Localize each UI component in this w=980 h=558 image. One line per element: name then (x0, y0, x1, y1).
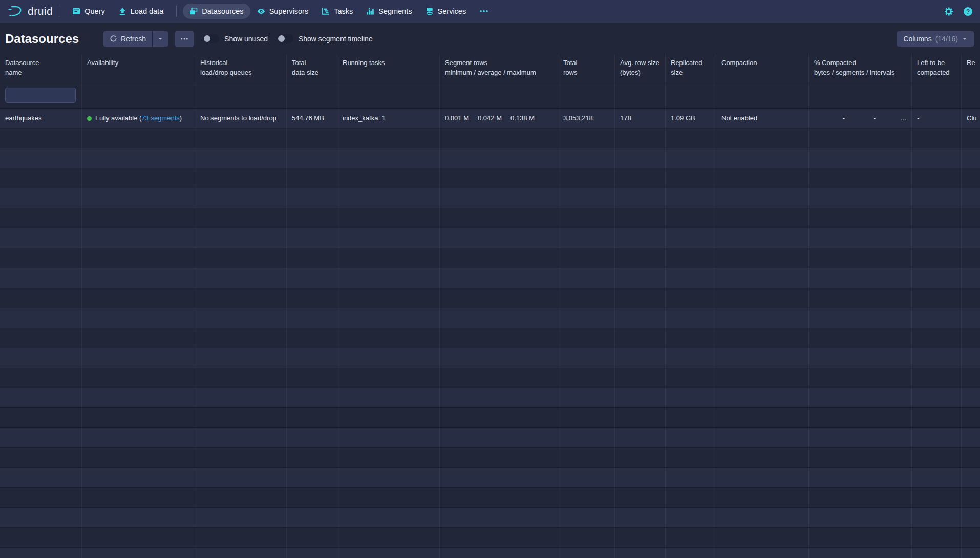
empty-cell (912, 128, 962, 148)
empty-cell (716, 388, 809, 407)
empty-cell (716, 348, 809, 368)
empty-cell (912, 508, 962, 527)
empty-table-row (0, 288, 980, 308)
empty-cell (615, 488, 666, 507)
column-header-total-data-size[interactable]: Totaldata size (287, 54, 337, 82)
empty-cell (287, 288, 337, 308)
empty-cell (558, 128, 615, 148)
refresh-label: Refresh (121, 35, 146, 43)
empty-table-row (0, 228, 980, 248)
show-segment-timeline-toggle[interactable]: Show segment timeline (277, 34, 373, 43)
nav-item-tasks[interactable]: Tasks (315, 4, 359, 19)
empty-cell (716, 288, 809, 308)
total-data-size-cell: 544.76 MB (287, 109, 337, 128)
nav-item-services[interactable]: Services (419, 4, 473, 19)
nav-item-segments[interactable]: Segments (359, 4, 418, 19)
column-header-retention[interactable]: Re (962, 54, 980, 82)
empty-cell (912, 408, 962, 427)
empty-cell (195, 508, 287, 527)
column-header-left-to-be-compacted[interactable]: Left to becompacted (912, 54, 962, 82)
empty-cell (558, 528, 615, 547)
filter-cell (912, 82, 962, 108)
empty-cell (0, 368, 82, 388)
retention-cell: Clu (962, 109, 980, 128)
empty-cell (195, 488, 287, 507)
empty-cell (440, 228, 558, 248)
empty-cell (962, 428, 980, 447)
empty-cell (615, 468, 666, 487)
empty-cell (337, 488, 440, 507)
nav-item-query[interactable]: Query (66, 4, 112, 19)
empty-cell (440, 548, 558, 558)
column-header-avg-row-size[interactable]: Avg. row size(bytes) (615, 54, 666, 82)
empty-cell (615, 288, 666, 308)
datasource-name-cell[interactable]: earthquakes (0, 109, 82, 128)
empty-cell (337, 348, 440, 368)
refresh-button[interactable]: Refresh (103, 31, 152, 47)
empty-cell (615, 248, 666, 268)
empty-cell (716, 208, 809, 228)
empty-cell (558, 468, 615, 487)
empty-cell (716, 148, 809, 168)
empty-table-row (0, 428, 980, 448)
empty-table-row (0, 528, 980, 548)
empty-cell (0, 408, 82, 427)
column-header-compaction[interactable]: Compaction (716, 54, 809, 82)
column-header-replicated-size[interactable]: Replicatedsize (666, 54, 716, 82)
empty-cell (558, 548, 615, 558)
empty-cell (0, 388, 82, 407)
datasource-filter-input[interactable] (5, 88, 76, 103)
empty-cell (337, 128, 440, 148)
column-header-datasource-name[interactable]: Datasourcename (0, 54, 82, 82)
empty-cell (912, 288, 962, 308)
nav-more-button[interactable] (473, 4, 495, 19)
empty-cell (716, 308, 809, 328)
empty-cell (440, 528, 558, 547)
column-header-availability[interactable]: Availability (82, 54, 195, 82)
empty-cell (912, 348, 962, 368)
column-header-segment-rows[interactable]: Segment rowsminimum / average / maximum (440, 54, 558, 82)
empty-cell (666, 448, 716, 467)
filter-cell (0, 82, 82, 108)
empty-cell (82, 408, 195, 427)
page-title: Datasources (5, 32, 79, 46)
nav-item-supervisors[interactable]: Supervisors (250, 4, 315, 19)
empty-cell (912, 268, 962, 288)
empty-cell (195, 328, 287, 348)
empty-cell (809, 508, 912, 527)
empty-cell (82, 228, 195, 248)
show-unused-toggle[interactable]: Show unused (203, 34, 268, 43)
column-header-total-rows[interactable]: Totalrows (558, 54, 615, 82)
column-header-historical-queues[interactable]: Historicalload/drop queues (195, 54, 287, 82)
empty-cell (287, 548, 337, 558)
refresh-dropdown-button[interactable] (152, 31, 168, 47)
empty-cell (962, 248, 980, 268)
settings-button[interactable] (944, 7, 953, 16)
empty-cell (440, 208, 558, 228)
empty-cell (440, 328, 558, 348)
column-header-pct-compacted[interactable]: % Compactedbytes / segments / intervals (809, 54, 912, 82)
druid-logo[interactable]: druid (7, 5, 53, 18)
more-actions-button[interactable] (175, 31, 194, 47)
empty-cell (666, 188, 716, 208)
empty-cell (962, 468, 980, 487)
empty-table-row (0, 448, 980, 468)
empty-cell (912, 168, 962, 188)
pct-compacted-cell: --... (809, 109, 912, 128)
segments-link[interactable]: 73 segments (141, 114, 179, 122)
datasources-table: Datasourcename Availability Historicallo… (0, 54, 980, 558)
empty-cell (337, 208, 440, 228)
empty-cell (912, 488, 962, 507)
empty-cell (716, 368, 809, 388)
empty-cell (287, 268, 337, 288)
empty-cell (912, 248, 962, 268)
column-header-running-tasks[interactable]: Running tasks (337, 54, 440, 82)
empty-cell (195, 468, 287, 487)
help-button[interactable]: ? (963, 7, 973, 16)
nav-item-load-data[interactable]: Load data (112, 4, 171, 19)
empty-cell (558, 508, 615, 527)
empty-cell (195, 348, 287, 368)
nav-item-datasources[interactable]: Datasources (183, 4, 250, 19)
avg-row-size-cell: 178 (615, 109, 666, 128)
columns-button[interactable]: Columns (14/16) (897, 31, 974, 47)
